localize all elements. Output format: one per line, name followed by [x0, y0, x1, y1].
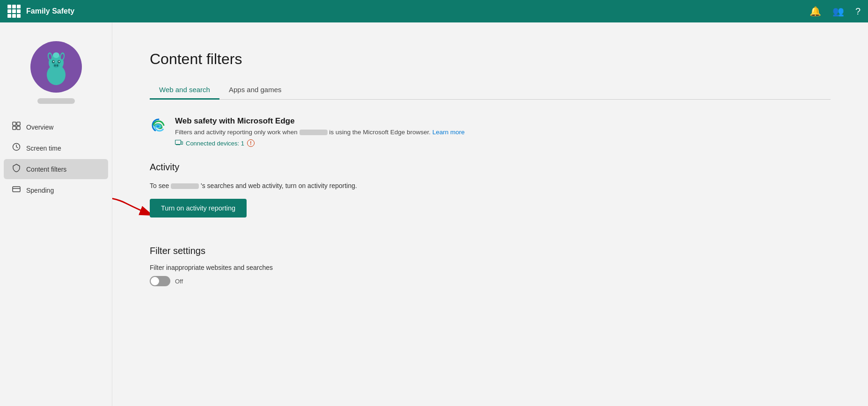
nav-items: Overview Screen time Content filters Spe… — [0, 117, 112, 201]
overview-label: Overview — [26, 123, 53, 131]
help-icon[interactable]: ? — [855, 6, 861, 17]
sidebar-item-content-filters[interactable]: Content filters — [4, 159, 108, 179]
sidebar-item-screen-time[interactable]: Screen time — [4, 138, 108, 158]
filter-settings-title: Filter settings — [150, 246, 831, 256]
tab-web-search[interactable]: Web and search — [150, 81, 219, 100]
svg-rect-23 — [175, 140, 181, 145]
page-title: Content filters — [150, 51, 831, 68]
main-layout: Overview Screen time Content filters Spe… — [0, 22, 868, 406]
content-filters-icon — [11, 164, 22, 174]
svg-point-11 — [53, 63, 59, 68]
svg-rect-24 — [181, 142, 183, 145]
edge-description: Web safety with Microsoft Edge Filters a… — [175, 116, 465, 147]
topbar: Family Safety 🔔 👥 ? — [0, 0, 868, 22]
svg-point-12 — [54, 65, 56, 67]
activity-section: Activity To see 's searches and web acti… — [150, 162, 831, 218]
svg-point-14 — [53, 52, 59, 58]
activity-title: Activity — [150, 162, 831, 173]
sidebar: Overview Screen time Content filters Spe… — [0, 22, 112, 406]
edge-logo-icon — [150, 116, 168, 134]
spending-icon — [11, 185, 22, 196]
screen-time-label: Screen time — [26, 145, 61, 152]
svg-rect-17 — [13, 126, 16, 130]
content-area: Content filters Web and search Apps and … — [112, 22, 868, 406]
tabs-row: Web and search Apps and games — [150, 81, 831, 100]
filter-settings-section: Filter settings Filter inappropriate web… — [150, 246, 831, 286]
turn-on-activity-reporting-button[interactable]: Turn on activity reporting — [150, 199, 247, 218]
learn-more-link[interactable]: Learn more — [432, 129, 465, 136]
topbar-action-icons: 🔔 👥 ? — [810, 6, 861, 17]
svg-rect-18 — [17, 126, 20, 130]
activity-username-redacted — [171, 183, 199, 189]
username-redacted — [299, 130, 328, 135]
bell-icon[interactable]: 🔔 — [810, 6, 821, 17]
toggle-knob — [151, 277, 159, 285]
svg-point-9 — [53, 61, 54, 62]
tab-apps-games[interactable]: Apps and games — [219, 81, 291, 100]
svg-point-13 — [56, 65, 58, 67]
content-filters-label: Content filters — [26, 166, 66, 173]
svg-rect-16 — [17, 122, 20, 125]
spending-label: Spending — [26, 187, 54, 194]
edge-title: Web safety with Microsoft Edge — [175, 116, 465, 126]
svg-point-10 — [58, 61, 59, 62]
activity-description: To see 's searches and web activity, tur… — [150, 182, 831, 189]
avatar-name-redacted — [37, 98, 75, 104]
edge-description-text: Filters and activity reporting only work… — [175, 129, 465, 136]
filter-inappropriate-label: Filter inappropriate websites and search… — [150, 264, 831, 271]
toggle-state-label: Off — [175, 278, 183, 285]
sidebar-item-spending[interactable]: Spending — [4, 180, 108, 200]
grid-menu-icon[interactable] — [7, 5, 21, 18]
filter-toggle[interactable] — [150, 276, 170, 286]
people-icon[interactable]: 👥 — [832, 6, 844, 17]
sidebar-item-overview[interactable]: Overview — [4, 117, 108, 137]
avatar — [30, 41, 82, 93]
svg-rect-20 — [13, 187, 20, 192]
connected-devices-info-icon[interactable]: ! — [247, 139, 255, 147]
screen-time-icon — [11, 143, 22, 153]
filter-toggle-row: Off — [150, 276, 831, 286]
activity-button-container: Turn on activity reporting — [150, 199, 831, 218]
overview-icon — [11, 122, 22, 132]
connected-devices-row: Connected devices: 1 ! — [175, 139, 465, 147]
svg-rect-15 — [13, 122, 16, 125]
edge-section: Web safety with Microsoft Edge Filters a… — [150, 116, 831, 147]
connected-devices-label: Connected devices: 1 — [186, 140, 244, 147]
devices-icon — [175, 140, 183, 146]
app-title: Family Safety — [26, 7, 810, 15]
